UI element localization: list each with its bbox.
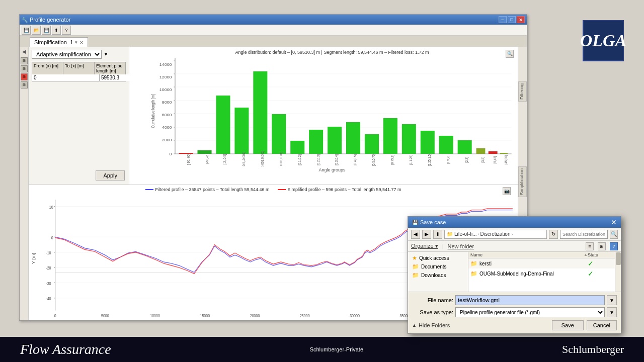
svg-rect-31 <box>290 141 304 154</box>
col-name-header[interactable]: Name <box>470 252 584 257</box>
svg-text:[-0.5,-0.001]: [-0.5,-0.001] <box>242 152 246 166</box>
svg-rect-41 <box>476 148 486 154</box>
nav-documents[interactable]: 📁 Documents <box>410 262 466 271</box>
svg-text:10: 10 <box>49 204 53 210</box>
svg-text:[45,90]: [45,90] <box>504 155 508 164</box>
file-list-scrollbar[interactable] <box>615 252 621 292</box>
toolbar-open-btn[interactable]: 📂 <box>32 26 41 35</box>
toolbar-saveas-btn[interactable]: 💾 <box>42 26 51 35</box>
saveas-dropdown-btn[interactable]: ▼ <box>607 307 617 317</box>
file-name-ougm: OUGM-SubModeling-Demo-Final <box>479 271 588 277</box>
col-to: To (x) [m] <box>63 62 95 74</box>
svg-text:20000: 20000 <box>250 313 260 318</box>
olga-logo: OLGA <box>583 20 624 61</box>
toolbar-save-btn[interactable]: 💾 <box>22 26 31 35</box>
svg-rect-34 <box>346 122 360 154</box>
search-input[interactable] <box>560 230 608 239</box>
icon-btn-3[interactable]: ⊞ <box>21 73 28 80</box>
svg-text:6000: 6000 <box>162 113 172 117</box>
close-btn[interactable]: ✕ <box>517 16 525 23</box>
svg-text:30000: 30000 <box>350 313 360 318</box>
refresh-btn[interactable]: ↻ <box>549 230 558 239</box>
svg-text:-40: -40 <box>46 296 51 301</box>
svg-rect-27 <box>216 96 230 154</box>
search-btn[interactable]: 🔍 <box>610 230 618 239</box>
toolbar-help-btn[interactable]: ? <box>62 26 71 35</box>
dialog-title: Save case <box>420 219 446 225</box>
svg-text:[0.2,0.3]: [0.2,0.3] <box>316 154 320 165</box>
zoom-btn[interactable]: 🔍 <box>506 50 514 58</box>
filtered-label: Filtered profile – 35847 points – Total … <box>155 187 270 192</box>
restore-btn[interactable]: □ <box>508 16 516 23</box>
sidebar-label-filtering[interactable]: Filtering <box>518 81 527 102</box>
save-dialog: 💾 Save case ✕ ◀ ▶ ⬆ 📁 Life-of-fi... › Di… <box>408 216 621 334</box>
sidebar-label-simplification[interactable]: Simplification <box>518 166 527 197</box>
filtered-line <box>145 189 153 190</box>
icon-btn-1[interactable]: ⊞ <box>21 57 28 64</box>
forward-btn[interactable]: ▶ <box>422 230 431 239</box>
nav-downloads[interactable]: 📁 Downloads <box>410 271 466 280</box>
folder-icon-ougm: 📁 <box>470 270 477 277</box>
svg-text:8000: 8000 <box>162 101 172 105</box>
dialog-icon: 💾 <box>412 220 418 225</box>
new-folder-btn[interactable]: New folder <box>448 243 474 249</box>
path-item-1[interactable]: Life-of-fi... <box>454 231 476 237</box>
minimize-btn[interactable]: − <box>499 16 507 23</box>
saveas-dropdown[interactable]: Pipeline profile generator file (*.gml) <box>455 307 605 317</box>
svg-text:[0.4,0.5]: [0.4,0.5] <box>353 154 358 165</box>
icon-btn-4[interactable]: ⊞ <box>21 81 28 88</box>
svg-text:[0.1,0.2]: [0.1,0.2] <box>297 154 302 165</box>
file-row-ougm[interactable]: 📁 OUGM-SubModeling-Demo-Final ✓ <box>468 268 615 279</box>
svg-text:25000: 25000 <box>300 313 310 318</box>
help-btn-dialog[interactable]: ? <box>610 242 618 250</box>
hide-folders-btn[interactable]: ▲ Hide Folders <box>412 322 450 328</box>
collapse-arrow[interactable]: ◀ <box>21 48 27 55</box>
svg-text:15000: 15000 <box>200 313 210 318</box>
dialog-title-bar: 💾 Save case ✕ <box>408 217 621 228</box>
save-button[interactable]: Save <box>552 320 584 330</box>
top-section: Adaptive simplification ▼ From (x) [m] T… <box>29 47 518 185</box>
svg-text:[1.25,1.5]: [1.25,1.5] <box>427 153 432 166</box>
up-btn[interactable]: ⬆ <box>433 230 442 239</box>
col-status-header[interactable]: Statu <box>588 252 613 257</box>
apply-button[interactable]: Apply <box>96 170 125 180</box>
svg-text:-20: -20 <box>46 265 51 270</box>
toolbar-up-btn[interactable]: ⬆ <box>52 26 61 35</box>
file-row-kersti[interactable]: 📁 kersti ✓ <box>468 258 615 268</box>
icon-btn-2[interactable]: ⊞ <box>21 65 28 72</box>
svg-text:-10: -10 <box>46 250 51 255</box>
brand-text: Schlumberger <box>562 343 624 356</box>
svg-text:[1.5,2]: [1.5,2] <box>446 156 450 164</box>
filename-input[interactable] <box>455 295 605 305</box>
list-view-btn[interactable]: ≡ <box>586 242 594 250</box>
olga-text: OLGA <box>580 31 627 50</box>
organize-btn[interactable]: Organize ▾ <box>411 243 438 249</box>
camera-btn[interactable]: 📷 <box>503 187 511 195</box>
nav-quick-access[interactable]: ★ Quick access <box>410 254 466 262</box>
filename-dropdown-btn[interactable]: ▼ <box>607 295 617 305</box>
tab-label: Simplification_1 <box>34 39 73 45</box>
svg-rect-36 <box>383 118 397 154</box>
svg-text:Y [m]: Y [m] <box>31 253 35 264</box>
svg-text:14000: 14000 <box>159 63 172 67</box>
filename-row: File name: ▼ <box>412 295 617 305</box>
svg-text:[3,5]: [3,5] <box>480 157 485 163</box>
dialog-close-btn[interactable]: ✕ <box>611 219 617 226</box>
downloads-icon: 📁 <box>412 272 419 279</box>
saveas-row: Save as type: Pipeline profile generator… <box>412 307 617 317</box>
svg-rect-38 <box>421 131 435 154</box>
view-controls: 🔍 <box>506 50 514 58</box>
from-input[interactable] <box>32 74 100 81</box>
path-item-2[interactable]: Discretization <box>480 231 510 237</box>
svg-text:[0.5,0.75]: [0.5,0.75] <box>372 153 376 166</box>
back-btn[interactable]: ◀ <box>411 230 420 239</box>
simplification-dropdown[interactable]: Adaptive simplification <box>32 50 102 59</box>
cancel-button[interactable]: Cancel <box>587 320 617 330</box>
profile-legend: Filtered profile – 35847 points – Total … <box>31 187 516 192</box>
tab-expand-icon: ▾ <box>75 40 77 45</box>
tab-simplification[interactable]: Simplification_1 ▾ ✕ <box>30 37 88 47</box>
col-element: Element pipe length [m] <box>95 62 125 74</box>
tab-close-icon[interactable]: ✕ <box>79 40 84 45</box>
detail-view-btn[interactable]: ⊞ <box>598 242 606 250</box>
svg-rect-29 <box>253 71 267 154</box>
